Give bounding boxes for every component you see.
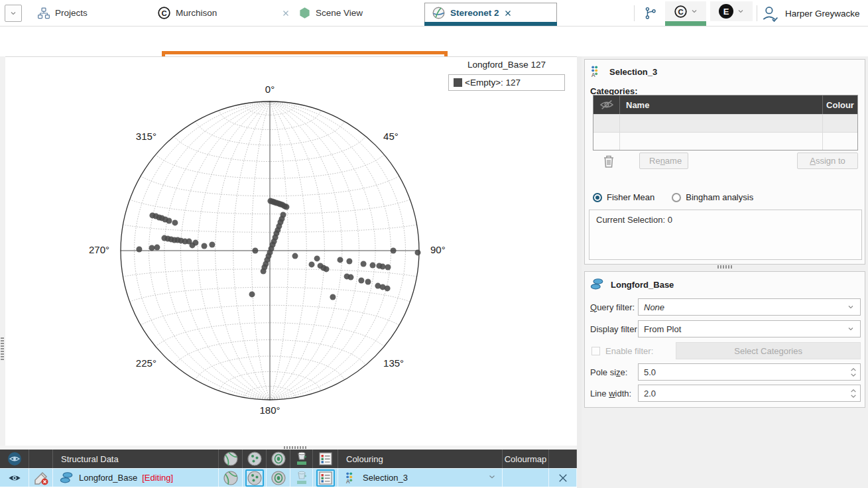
nav-projects[interactable]: Projects: [32, 0, 93, 26]
row-visibility-toggle[interactable]: [0, 468, 29, 487]
edit-column-header: [29, 450, 53, 468]
current-selection-text: Current Selection: 0: [596, 215, 672, 225]
delete-category-icon[interactable]: [601, 153, 617, 169]
display-filter-select[interactable]: From Plot: [638, 320, 861, 337]
spinner-arrows-icon[interactable]: [850, 389, 857, 398]
azimuth-label-90: 90°: [430, 244, 446, 255]
line-width-label: Line width:: [590, 389, 638, 398]
left-panel-splitter[interactable]: [0, 56, 5, 446]
data-point: [380, 264, 386, 270]
row-poles-toggle[interactable]: [243, 468, 267, 487]
legend-box: <Empty>: 127: [448, 74, 565, 91]
tab-murchison[interactable]: CMurchison: [157, 0, 290, 26]
poles-icon: [247, 470, 263, 486]
rename-button[interactable]: Rename: [639, 152, 688, 169]
row-planes-toggle[interactable]: [219, 468, 243, 487]
colouring-dropdown-chevron[interactable]: [487, 472, 497, 483]
plot-legend: Longford_Base 127 <Empty>: 127: [448, 60, 565, 91]
shape-list-header-row: Structural DataColouringColourmap: [0, 450, 577, 468]
enable-filter-label: Enable filter:: [605, 346, 653, 356]
row-contours-toggle[interactable]: [267, 468, 290, 487]
enable-filter-checkbox[interactable]: [591, 347, 600, 355]
categories-table[interactable]: Name Colour: [593, 95, 858, 151]
pole-size-input[interactable]: 5.0: [638, 363, 861, 381]
data-point: [252, 248, 258, 254]
categories-colour-header: Colour: [823, 100, 857, 110]
planes-icon: [223, 451, 239, 467]
plot-toolbar: ?: [0, 27, 577, 56]
row-colouring-select[interactable]: ASelection_3: [338, 468, 503, 487]
scene-list-button[interactable]: [638, 0, 663, 26]
data-point: [338, 257, 343, 263]
query-filter-label: Query filter:: [590, 302, 638, 312]
fisher-mean-label: Fisher Mean: [607, 192, 654, 202]
bingham-analysis-label: Bingham analysis: [686, 192, 753, 202]
data-point: [415, 249, 421, 255]
row-colourmap-cell[interactable]: [503, 468, 549, 487]
line-width-value: 2.0: [644, 389, 656, 398]
bingham-analysis-radio[interactable]: Bingham analysis: [672, 192, 753, 202]
data-point: [358, 278, 364, 284]
user-menu[interactable]: Harper Greywacke: [761, 0, 860, 27]
radio-selected-icon: [593, 193, 602, 202]
data-point: [136, 247, 142, 253]
leapfrog-app-menu[interactable]: C: [665, 1, 706, 21]
data-point: [346, 259, 352, 265]
row-legend-list-toggle[interactable]: [313, 468, 338, 487]
window-menu-button[interactable]: [5, 5, 22, 22]
stereonet-svg[interactable]: 0°45°90°135°180°225°270°315°: [5, 57, 577, 446]
categories-empty-row[interactable]: [593, 114, 857, 132]
longford-title: Longford_Base: [611, 280, 674, 290]
fisher-mean-radio[interactable]: Fisher Mean: [593, 192, 654, 202]
categories-empty-row[interactable]: [593, 132, 857, 150]
query-filter-select[interactable]: None: [638, 298, 861, 316]
data-point: [370, 263, 376, 269]
data-point: [314, 255, 320, 261]
row-edit-button[interactable]: [29, 468, 53, 487]
shape-list-table: Structural DataColouringColourmapLongfor…: [0, 450, 577, 487]
tab-close-icon[interactable]: [504, 9, 512, 17]
panel-splitter-handle[interactable]: [717, 265, 733, 269]
bottom-splitter-handle[interactable]: [284, 446, 308, 449]
central-app-menu[interactable]: E: [710, 1, 753, 21]
assign-to-button[interactable]: Assign to: [797, 152, 858, 169]
row-colouring-label: Selection_3: [363, 473, 408, 483]
main-vertical-divider[interactable]: [577, 56, 582, 488]
contours-icon: [271, 451, 286, 467]
tab-stereonet-2[interactable]: Stereonet 2: [424, 3, 557, 23]
tab-scene-view[interactable]: Scene View: [298, 0, 418, 26]
data-point: [385, 265, 391, 271]
tab-close-icon[interactable]: [282, 9, 290, 17]
planes-column-header: [219, 450, 243, 468]
tab-label: Murchison: [176, 8, 217, 18]
tab-bar: Projects CMurchisonScene ViewStereonet 2…: [0, 0, 868, 27]
categories-name-header: Name: [620, 95, 823, 114]
line-width-input[interactable]: 2.0: [638, 385, 861, 402]
row-name-cell[interactable]: Longford_Base[Editing]: [53, 468, 219, 487]
current-selection-box: Current Selection: 0: [589, 210, 862, 260]
leapfrog-c-icon: C: [157, 6, 171, 20]
selection-properties-box: A Selection_3 Categories: Name Colour Re…: [584, 59, 865, 265]
data-point: [324, 266, 330, 272]
display-filter-value: From Plot: [644, 324, 681, 334]
shape-list-data-row[interactable]: Longford_Base[Editing]ASelection_3: [0, 468, 577, 487]
structural-data-icon: [590, 277, 605, 292]
data-point: [261, 269, 267, 274]
data-point: [365, 279, 371, 285]
select-categories-button[interactable]: Select Categories: [676, 342, 861, 359]
row-colour-bucket-toggle[interactable]: [290, 468, 313, 487]
data-point: [292, 253, 298, 259]
stereonet-plot-area[interactable]: 0°45°90°135°180°225°270°315° Longford_Ba…: [5, 56, 577, 446]
row-name-label: Longford_Base: [79, 473, 137, 483]
spinner-arrows-icon[interactable]: [850, 367, 857, 377]
legend-title: Longford_Base 127: [448, 60, 565, 70]
edit-pencil-icon: [33, 470, 49, 486]
azimuth-label-180: 180°: [259, 404, 280, 416]
selection-set-icon: A: [590, 65, 603, 78]
selection-set-icon: A: [345, 471, 358, 485]
legend-list-icon: [318, 451, 334, 467]
radio-unselected-icon: [672, 193, 681, 202]
row-remove-button[interactable]: [549, 468, 577, 487]
pole-size-label: Pole size:: [590, 367, 638, 377]
chevron-down-icon: [847, 325, 855, 333]
